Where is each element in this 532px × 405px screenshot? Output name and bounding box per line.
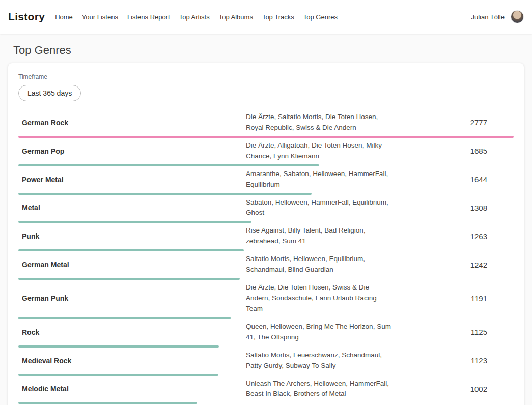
top-nav: Listory HomeYour ListensListens ReportTo…: [0, 0, 532, 34]
genres-table: German Rock Die Ärzte, Saltatio Mortis, …: [18, 109, 514, 405]
user-avatar[interactable]: [511, 10, 524, 23]
genre-row: Punk Rise Against, Billy Talent, Bad Rel…: [18, 223, 514, 251]
genre-name: German Punk: [18, 294, 246, 302]
timeframe-label: Timeframe: [18, 73, 514, 80]
genre-count: 2777: [399, 118, 514, 127]
genre-row: German Metal Saltatio Mortis, Helloween,…: [18, 251, 514, 280]
genre-row: German Pop Die Ärzte, Alligatoah, Die To…: [18, 138, 514, 166]
genre-row: Medieval Rock Saltatio Mortis, Feuerschw…: [18, 348, 514, 376]
genre-count: 1002: [399, 385, 514, 393]
genre-name: Power Metal: [18, 176, 246, 184]
app-logo[interactable]: Listory: [8, 11, 45, 23]
genre-name: German Metal: [18, 261, 246, 269]
genre-name: German Rock: [18, 119, 246, 127]
genre-count: 1242: [399, 261, 514, 269]
nav-item-top-tracks[interactable]: Top Tracks: [262, 13, 294, 21]
genre-row: German Rock Die Ärzte, Saltatio Mortis, …: [18, 109, 514, 138]
genre-count: 1123: [399, 356, 514, 365]
genre-artists: Saltatio Mortis, Helloween, Equilibrium,…: [246, 254, 399, 275]
genre-row: Metal Sabaton, Helloween, HammerFall, Eq…: [18, 195, 514, 223]
genre-artists: Rise Against, Billy Talent, Bad Religion…: [246, 225, 399, 247]
genre-count: 1308: [399, 204, 514, 212]
timeframe-filter: Timeframe Last 365 days: [18, 73, 514, 101]
genre-count: 1644: [399, 175, 514, 184]
genre-artists: Die Ärzte, Alligatoah, Die Toten Hosen, …: [246, 140, 399, 162]
genre-name: Punk: [18, 232, 246, 240]
genre-artists: Saltatio Mortis, Feuerschwanz, Schandmau…: [246, 350, 399, 371]
nav-item-top-albums[interactable]: Top Albums: [219, 13, 253, 21]
genre-artists: Unleash The Archers, Helloween, HammerFa…: [246, 379, 399, 400]
genre-count: 1685: [399, 147, 514, 155]
user-area: Julian Tölle: [471, 10, 524, 23]
genre-count: 1125: [399, 328, 514, 336]
genre-artists: Die Ärzte, Saltatio Mortis, Die Toten Ho…: [246, 112, 399, 133]
genre-name: Metal: [18, 204, 246, 212]
nav-item-listens-report[interactable]: Listens Report: [127, 13, 170, 21]
genre-row: Melodic Metal Unleash The Archers, Hello…: [18, 376, 514, 404]
timeframe-select[interactable]: Last 365 days: [18, 85, 81, 101]
genre-artists: Sabaton, Helloween, HammerFall, Equilibr…: [246, 197, 399, 219]
nav-item-your-listens[interactable]: Your Listens: [82, 13, 118, 21]
genre-row: Rock Queen, Helloween, Bring Me The Hori…: [18, 319, 514, 348]
main-content: Top Genres Timeframe Last 365 days Germa…: [0, 44, 532, 405]
page-title: Top Genres: [13, 44, 519, 57]
nav-item-home[interactable]: Home: [55, 13, 73, 21]
genre-name: Rock: [18, 328, 246, 336]
genre-name: German Pop: [18, 147, 246, 155]
nav-item-top-genres[interactable]: Top Genres: [303, 13, 338, 21]
genre-artists: Queen, Helloween, Bring Me The Horizon, …: [246, 322, 399, 343]
main-nav: HomeYour ListensListens ReportTop Artist…: [55, 13, 338, 21]
genres-card: Timeframe Last 365 days German Rock Die …: [8, 63, 524, 405]
nav-item-top-artists[interactable]: Top Artists: [179, 13, 210, 21]
genre-count: 1191: [399, 294, 514, 303]
genre-artists: Amaranthe, Sabaton, Helloween, HammerFal…: [246, 169, 399, 190]
genre-name: Melodic Metal: [18, 385, 246, 393]
genre-row: German Punk Die Ärzte, Die Toten Hosen, …: [18, 280, 514, 319]
genre-row: Power Metal Amaranthe, Sabaton, Hellowee…: [18, 166, 514, 195]
genre-artists: Die Ärzte, Die Toten Hosen, Swiss & Die …: [246, 282, 399, 314]
user-name[interactable]: Julian Tölle: [471, 13, 505, 21]
genre-count: 1263: [399, 232, 514, 241]
genre-name: Medieval Rock: [18, 357, 246, 365]
